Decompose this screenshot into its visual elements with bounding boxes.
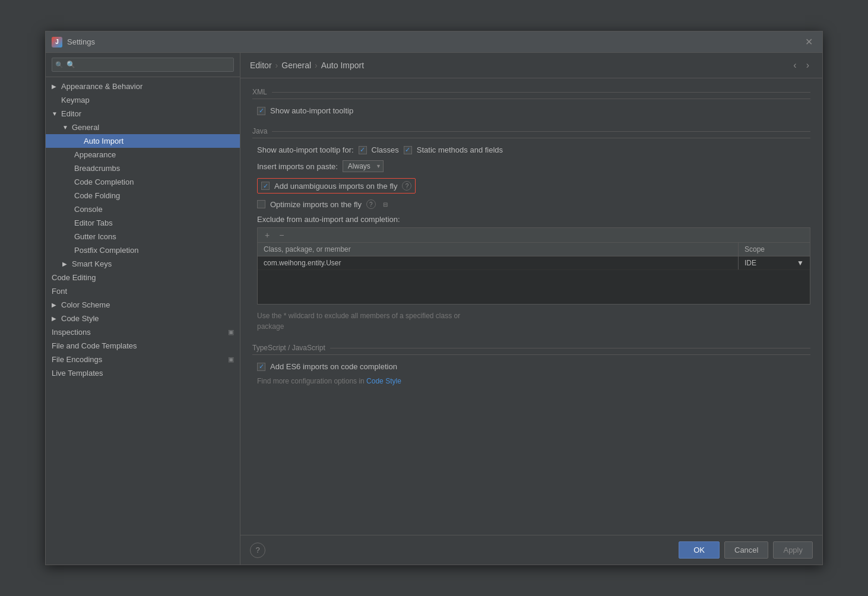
dialog-title: Settings	[67, 37, 95, 46]
sidebar-item-appearance-behavior[interactable]: ▶ Appearance & Behavior	[46, 80, 240, 93]
unambiguous-imports-label: Add unambiguous imports on the fly	[274, 182, 397, 191]
es6-imports-checkbox[interactable]	[257, 363, 265, 371]
java-classes-checkbox[interactable]	[359, 146, 367, 154]
xml-show-tooltip-checkbox[interactable]	[257, 107, 265, 115]
sidebar-item-auto-import[interactable]: Auto Import	[46, 134, 240, 148]
optimize-imports-row: Optimize imports on the fly ? ⊟	[252, 199, 810, 209]
sidebar-item-color-scheme[interactable]: ▶ Color Scheme	[46, 298, 240, 312]
breadcrumb-auto-import: Auto Import	[321, 61, 364, 70]
java-insert-imports-label: Insert imports on paste:	[257, 162, 338, 171]
breadcrumb-sep1: ›	[275, 61, 278, 70]
sidebar-item-code-completion[interactable]: Code Completion	[46, 175, 240, 189]
footer: ? OK Cancel Apply	[240, 535, 822, 565]
java-insert-imports-dropdown[interactable]: Always Ask Never	[343, 160, 384, 172]
main-panel: Editor › General › Auto Import ‹ › XML	[240, 53, 822, 565]
main-body: XML Show auto-import tooltip Java Show a…	[240, 78, 822, 535]
nav-back-button[interactable]: ‹	[790, 59, 800, 72]
table-body: com.weihong.entity.User IDE ▼	[258, 256, 810, 304]
title-bar: J Settings ✕	[46, 31, 822, 53]
title-bar-left: J Settings	[52, 37, 95, 47]
sidebar-item-smart-keys[interactable]: ▶ Smart Keys	[46, 257, 240, 271]
table-cell-class: com.weihong.entity.User	[258, 256, 739, 270]
sidebar-tree: ▶ Appearance & Behavior Keymap ▼ Editor …	[46, 77, 240, 565]
arrow-icon	[52, 97, 59, 103]
table-toolbar: + −	[258, 228, 810, 243]
breadcrumb: Editor › General › Auto Import	[250, 61, 364, 70]
sidebar: ▶ Appearance & Behavior Keymap ▼ Editor …	[46, 53, 240, 565]
footer-actions: OK Cancel Apply	[679, 541, 813, 559]
arrow-icon: ▼	[52, 110, 59, 117]
typescript-section-title: TypeScript / JavaScript	[252, 344, 810, 355]
sidebar-item-console[interactable]: Console	[46, 202, 240, 216]
breadcrumb-editor: Editor	[250, 61, 272, 70]
sidebar-item-file-encodings[interactable]: File Encodings ▣	[46, 353, 240, 366]
java-insert-imports-dropdown-container: Always Ask Never	[343, 160, 384, 172]
code-style-link[interactable]: Code Style	[366, 377, 401, 385]
sidebar-item-code-editing[interactable]: Code Editing	[46, 271, 240, 284]
es6-imports-row: Add ES6 imports on code completion	[252, 362, 810, 371]
sidebar-item-general[interactable]: ▼ General	[46, 121, 240, 134]
search-wrapper	[52, 58, 234, 72]
java-static-checkbox[interactable]	[404, 146, 412, 154]
java-insert-imports-row: Insert imports on paste: Always Ask Neve…	[252, 160, 810, 172]
hint-text: Use the * wildcard to exclude all member…	[257, 310, 810, 332]
sidebar-item-inspections[interactable]: Inspections ▣	[46, 325, 240, 339]
xml-section: XML Show auto-import tooltip	[252, 88, 810, 115]
settings-icon: ▣	[228, 328, 234, 336]
unambiguous-imports-checkbox[interactable]	[261, 182, 270, 190]
sidebar-item-keymap[interactable]: Keymap	[46, 93, 240, 107]
col-scope-header: Scope	[739, 243, 810, 256]
java-show-tooltip-label: Show auto-import tooltip for:	[257, 145, 354, 154]
arrow-icon: ▶	[62, 261, 69, 267]
optimize-help-icon[interactable]: ?	[366, 199, 376, 209]
sidebar-item-editor[interactable]: ▼ Editor	[46, 107, 240, 121]
nav-arrows: ‹ ›	[790, 59, 813, 72]
sidebar-item-font[interactable]: Font	[46, 284, 240, 298]
optimize-link-icon[interactable]: ⊟	[381, 199, 390, 209]
sidebar-item-appearance[interactable]: Appearance	[46, 148, 240, 161]
table-add-button[interactable]: +	[262, 230, 272, 240]
main-header: Editor › General › Auto Import ‹ ›	[240, 53, 822, 78]
xml-show-tooltip-row: Show auto-import tooltip	[252, 106, 810, 115]
arrow-icon	[74, 138, 81, 144]
help-button[interactable]: ?	[250, 543, 265, 558]
sidebar-item-postfix-completion[interactable]: Postfix Completion	[46, 243, 240, 257]
settings-dialog: J Settings ✕ ▶ Appearance & Behavior	[45, 31, 823, 565]
table-header: Class, package, or member Scope	[258, 243, 810, 256]
unambiguous-help-icon[interactable]: ?	[402, 181, 411, 191]
sidebar-item-code-style[interactable]: ▶ Code Style	[46, 312, 240, 325]
arrow-icon: ▼	[62, 124, 69, 131]
table-row[interactable]: com.weihong.entity.User IDE ▼	[258, 256, 810, 270]
content-area: ▶ Appearance & Behavior Keymap ▼ Editor …	[46, 53, 822, 565]
apply-button[interactable]: Apply	[773, 541, 813, 559]
table-remove-button[interactable]: −	[277, 230, 286, 240]
xml-show-tooltip-label: Show auto-import tooltip	[270, 106, 353, 115]
exclude-table: + − Class, package, or member Scope com.…	[257, 227, 810, 305]
sidebar-item-breadcrumbs[interactable]: Breadcrumbs	[46, 161, 240, 175]
cancel-button[interactable]: Cancel	[724, 541, 768, 559]
arrow-icon: ▶	[52, 302, 59, 308]
optimize-imports-label: Optimize imports on the fly	[270, 200, 362, 209]
close-button[interactable]: ✕	[802, 35, 816, 49]
xml-section-title: XML	[252, 88, 810, 99]
java-section: Java Show auto-import tooltip for: Class…	[252, 127, 810, 332]
sidebar-item-file-code-templates[interactable]: File and Code Templates	[46, 339, 240, 353]
java-show-tooltip-row: Show auto-import tooltip for: Classes St…	[252, 145, 810, 154]
sidebar-item-live-templates[interactable]: Live Templates	[46, 366, 240, 380]
exclude-title: Exclude from auto-import and completion:	[252, 215, 810, 224]
search-box	[46, 53, 240, 77]
arrow-icon: ▶	[52, 83, 59, 90]
settings-icon: ▣	[228, 356, 234, 363]
arrow-icon: ▶	[52, 315, 59, 322]
es6-imports-label: Add ES6 imports on code completion	[270, 362, 397, 371]
ok-button[interactable]: OK	[679, 541, 720, 559]
table-cell-scope: IDE ▼	[739, 256, 810, 270]
sidebar-item-code-folding[interactable]: Code Folding	[46, 189, 240, 202]
nav-forward-button[interactable]: ›	[803, 59, 813, 72]
typescript-section: TypeScript / JavaScript Add ES6 imports …	[252, 344, 810, 385]
sidebar-item-gutter-icons[interactable]: Gutter Icons	[46, 230, 240, 243]
sidebar-item-editor-tabs[interactable]: Editor Tabs	[46, 216, 240, 230]
find-more-row: Find more configuration options in Code …	[252, 377, 810, 385]
optimize-imports-checkbox[interactable]	[257, 200, 265, 208]
search-input[interactable]	[52, 58, 234, 72]
